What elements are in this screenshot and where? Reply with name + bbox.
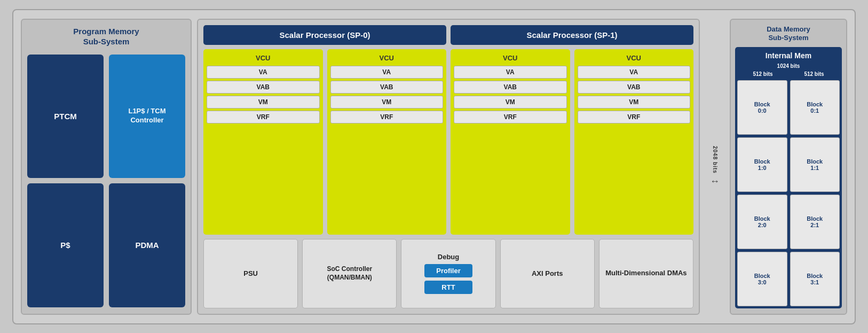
sp0-box: Scalar Processor (SP-0)	[203, 25, 446, 45]
sp1-box: Scalar Processor (SP-1)	[451, 25, 693, 45]
block-21: Block 2:1	[790, 195, 840, 249]
block-31: Block 3:1	[790, 252, 840, 306]
vcu1-label: VCU	[207, 52, 320, 64]
vcu3-va: VA	[454, 66, 567, 79]
vcu2-vab: VAB	[330, 81, 444, 94]
vcu3-vrf: VRF	[454, 111, 567, 123]
block-01: Block 0:1	[790, 80, 840, 135]
arrow-separator: 2048 bits ↔	[705, 19, 724, 315]
sp-row: Scalar Processor (SP-0) Scalar Processor…	[203, 25, 693, 45]
vcu1-va: VA	[207, 66, 320, 79]
vcu2-vm: VM	[330, 96, 444, 109]
internal-mem-box: Internal Mem 1024 bits 512 bits 512 bits…	[735, 47, 842, 308]
left-blocks-grid: PTCM L1P$ / TCM Controller P$ PDMA	[27, 55, 185, 307]
internal-mem-title: Internal Mem	[737, 51, 840, 60]
vcu4-unit: VCU VA VAB VM VRF	[574, 49, 694, 235]
ptcm-block: PTCM	[27, 55, 104, 179]
vcu2-vrf: VRF	[330, 111, 444, 123]
vcu1-vab: VAB	[207, 81, 320, 94]
vcu2-unit: VCU VA VAB VM VRF	[327, 49, 447, 235]
vcu1-unit: VCU VA VAB VM VRF	[203, 49, 323, 235]
axi-block: AXI Ports	[500, 239, 595, 308]
vcu4-va: VA	[578, 66, 691, 79]
vcu-row: VCU VA VAB VM VRF VCU VA VAB VM VRF VCU …	[203, 49, 693, 235]
vcu1-vrf: VRF	[207, 111, 320, 123]
bits-512-left: 512 bits	[753, 71, 772, 77]
block-11: Block 1:1	[790, 137, 840, 192]
vcu1-vm: VM	[207, 96, 320, 109]
left-panel-title: Program Memory Sub-System	[27, 26, 185, 47]
l1p-block: L1P$ / TCM Controller	[109, 55, 185, 179]
block-10: Block 1:0	[737, 137, 787, 192]
rtt-button[interactable]: RTT	[424, 281, 472, 294]
main-diagram: Program Memory Sub-System PTCM L1P$ / TC…	[12, 9, 856, 324]
block-00: Block 0:0	[737, 80, 787, 135]
bits-1024: 1024 bits	[737, 63, 840, 69]
soc-block: SoC Controller (QMAN/BMAN)	[302, 239, 397, 308]
vcu3-label: VCU	[454, 52, 567, 64]
block-20: Block 2:0	[737, 195, 787, 249]
middle-panel: Scalar Processor (SP-0) Scalar Processor…	[197, 19, 700, 315]
program-memory-subsystem: Program Memory Sub-System PTCM L1P$ / TC…	[21, 19, 192, 315]
psu-block: PSU	[203, 239, 298, 308]
vcu3-unit: VCU VA VAB VM VRF	[451, 49, 570, 235]
bottom-row: PSU SoC Controller (QMAN/BMAN) Debug Pro…	[203, 239, 693, 308]
data-memory-subsystem: Data Memory Sub-System Internal Mem 1024…	[730, 19, 847, 315]
bits-512-row: 512 bits 512 bits	[737, 71, 840, 77]
vcu4-vab: VAB	[578, 81, 691, 94]
vcu4-label: VCU	[578, 52, 691, 64]
block-30: Block 3:0	[737, 252, 787, 306]
ps-block: P$	[27, 183, 104, 307]
profiler-button[interactable]: Profiler	[424, 264, 472, 277]
vcu3-vm: VM	[454, 96, 567, 109]
debug-title: Debug	[438, 253, 459, 261]
vcu4-vm: VM	[578, 96, 691, 109]
vcu4-vrf: VRF	[578, 111, 691, 123]
dma-block: Multi-Dimensional DMAs	[599, 239, 693, 308]
debug-block: Debug Profiler RTT	[401, 239, 495, 308]
right-panel-title: Data Memory Sub-System	[735, 25, 842, 43]
vcu2-va: VA	[330, 66, 444, 79]
bits-512-right: 512 bits	[804, 71, 824, 77]
vcu3-vab: VAB	[454, 81, 567, 94]
mem-blocks-grid: Block 0:0 Block 0:1 Block 1:0 Block 1:1 …	[737, 80, 840, 306]
pdma-block: PDMA	[109, 183, 185, 307]
vcu2-label: VCU	[330, 52, 444, 64]
